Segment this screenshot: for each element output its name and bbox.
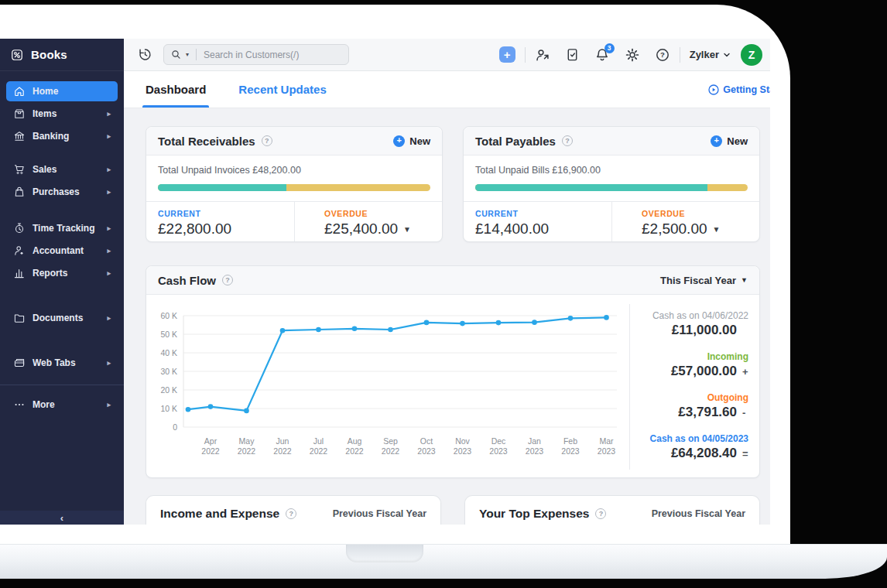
help-circle-icon[interactable]: ? [222,275,233,285]
sidebar-item-label: Accountant [33,245,84,256]
svg-text:2022: 2022 [238,446,256,456]
sidebar-item-more[interactable]: More ▸ [6,395,118,415]
svg-text:Dec: Dec [491,436,506,446]
sidebar-item-label: Home [33,86,58,97]
sidebar-item-label: Reports [33,268,67,279]
sidebar: Books Home ▸ Items [0,39,124,525]
global-search[interactable]: ▾ [163,44,349,65]
accountant-icon [13,244,26,257]
chevron-right-icon: ▸ [107,314,111,322]
help-circle-icon[interactable]: ? [286,508,296,519]
sidebar-item-documents[interactable]: Documents ▸ [6,308,118,328]
opening-balance-label: Cash as on 04/06/2022 [652,310,748,321]
svg-text:Oct: Oct [420,436,433,446]
sidebar-item-time-tracking[interactable]: Time Tracking ▸ [6,218,118,238]
tab-dashboard[interactable]: Dashboard [146,71,206,108]
sidebar-item-label: Time Tracking [33,223,94,234]
laptop-mockup: Books Home ▸ Items [0,0,887,588]
sidebar-item-label: Web Tabs [33,357,76,368]
brand-logo-row[interactable]: Books [0,39,124,71]
cash-flow-card: Cash Flow ? This Fiscal Year ▼ 010 K20 K… [146,265,760,478]
income-and-expense-card: Income and Expense ? Previous Fiscal Yea… [146,495,441,525]
svg-text:Jan: Jan [528,436,541,446]
sidebar-item-banking[interactable]: Banking ▸ [6,126,118,146]
search-input[interactable] [204,50,341,60]
getting-started-link[interactable]: Getting Sta [708,84,770,95]
quick-create-button[interactable]: + [499,46,515,63]
total-payables-card: Total Payables ? + New Total Unpaid Bill… [463,126,760,242]
overdue-label: OVERDUE [324,209,430,218]
page-tabbar: Dashboard Recent Updates Getting Sta [124,71,770,108]
svg-text:2022: 2022 [310,446,328,456]
sidebar-item-sales[interactable]: Sales ▸ [6,159,118,179]
books-logo-icon [11,49,23,61]
svg-text:May: May [239,436,255,446]
settings-gear-icon[interactable] [625,47,640,63]
help-circle-icon[interactable]: ? [262,135,272,146]
overdue-label: OVERDUE [642,209,748,218]
new-invoice-button[interactable]: + New [393,135,430,147]
sidebar-item-web-tabs[interactable]: Web Tabs ▸ [6,353,118,373]
notification-count-badge: 3 [604,43,615,53]
help-circle-icon[interactable]: ? [595,508,606,519]
help-circle-icon[interactable]: ? [562,135,573,146]
svg-text:2023: 2023 [561,446,580,456]
bag-icon [13,186,26,198]
svg-text:2023: 2023 [417,446,436,456]
bar-chart-icon [13,267,26,279]
previous-fiscal-year-label[interactable]: Previous Fiscal Year [333,508,426,519]
sidebar-item-purchases[interactable]: Purchases ▸ [6,182,118,202]
notifications-icon[interactable]: 3 [594,47,610,63]
user-avatar[interactable]: Z [741,44,762,66]
card-title: Cash Flow [158,274,216,287]
box-icon [13,108,26,120]
help-icon[interactable]: ? [655,47,670,63]
topbar-separator [525,47,526,63]
sidebar-item-reports[interactable]: Reports ▸ [6,263,118,283]
announcements-icon[interactable] [565,47,580,62]
sidebar-item-label: More [33,399,55,410]
laptop-base-notch [346,545,423,562]
tab-recent-updates[interactable]: Recent Updates [238,71,326,108]
previous-fiscal-year-label[interactable]: Previous Fiscal Year [652,508,745,519]
sidebar-collapse-button[interactable]: ‹ [0,511,124,525]
sidebar-divider [0,385,124,385]
search-icon [171,50,181,60]
closing-balance-label[interactable]: Cash as on 04/05/2023 [650,433,748,444]
chevron-right-icon: ▸ [107,110,111,118]
incoming-label: Incoming [707,351,748,362]
current-label: CURRENT [158,209,283,218]
sidebar-item-label: Items [33,108,57,119]
referral-icon[interactable] [535,47,550,63]
sidebar-item-items[interactable]: Items ▸ [6,104,118,124]
search-scope-caret-icon[interactable]: ▾ [186,51,189,58]
sidebar-item-accountant[interactable]: Accountant ▸ [6,241,118,261]
fiscal-year-dropdown[interactable]: This Fiscal Year ▼ [660,275,748,286]
svg-text:40 K: 40 K [160,348,177,357]
web-tabs-icon [13,357,26,369]
sidebar-item-home[interactable]: Home ▸ [6,81,118,101]
new-bill-button[interactable]: + New [711,135,748,147]
plus-icon: + [393,135,405,147]
svg-text:Jun: Jun [276,436,289,446]
chevron-right-icon: ▸ [107,269,111,277]
cart-icon [13,163,26,176]
your-top-expenses-card: Your Top Expenses ? Previous Fiscal Year [464,495,760,525]
sidebar-item-label: Banking [33,131,69,142]
topbar-separator [680,47,680,63]
overdue-amount-dropdown[interactable]: £2,500.00 ▼ [642,220,748,238]
chevron-right-icon: ▸ [107,401,111,409]
recent-activity-icon[interactable] [138,47,152,62]
svg-text:Aug: Aug [348,436,362,446]
overdue-amount-dropdown[interactable]: £25,400.00 ▼ [324,220,430,238]
sidebar-item-label: Documents [33,313,83,323]
unpaid-bills-total: Total Unpaid Bills £16,900.00 [475,165,748,176]
cash-flow-summary-panel: Cash as on 04/06/2022 £11,000.00 Incomin… [629,304,759,470]
svg-text:Jul: Jul [313,436,324,446]
sidebar-item-label: Sales [33,164,57,175]
account-menu[interactable]: Zylker [690,49,731,60]
laptop-screen-frame: Books Home ▸ Items [0,5,790,544]
chevron-down-icon: ▼ [713,225,721,234]
brand-name: Books [31,48,67,61]
svg-text:20 K: 20 K [160,385,177,395]
